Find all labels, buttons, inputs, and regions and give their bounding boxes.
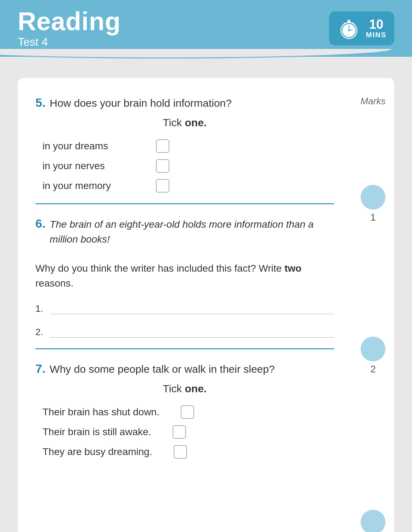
timer-text: 10 MINS bbox=[366, 18, 386, 39]
svg-rect-3 bbox=[348, 20, 350, 22]
question-5-number: 5. bbox=[35, 96, 45, 110]
tick-option-1: in your dreams bbox=[43, 139, 334, 153]
option-7-2-label: Their brain is still awake. bbox=[43, 426, 151, 438]
question-5-header: 5. How does your brain hold information? bbox=[35, 96, 334, 110]
question-5-section: 5. How does your brain hold information?… bbox=[35, 96, 334, 193]
marks-header: Marks bbox=[361, 96, 386, 107]
question-5-instruction: Tick one. bbox=[35, 117, 334, 129]
question-7-text: Why do some people talk or walk in their… bbox=[50, 363, 275, 375]
tick-box-1[interactable] bbox=[156, 139, 169, 153]
answer-input-1[interactable] bbox=[50, 301, 334, 314]
marks-column: Marks 1 2 1 bbox=[352, 96, 394, 532]
svg-point-8 bbox=[348, 30, 350, 32]
question-7-options: Their brain has shut down. Their brain i… bbox=[43, 405, 334, 459]
question-7-section: 7. Why do some people talk or walk in th… bbox=[35, 362, 334, 459]
question-6-italic: The brain of an eight-year-old holds mor… bbox=[50, 217, 334, 247]
header-wave2 bbox=[0, 49, 412, 63]
question-6-sub: Why do you think the writer has included… bbox=[35, 261, 334, 291]
tick-box-3[interactable] bbox=[156, 179, 169, 193]
question-6-header: 6. The brain of an eight-year-old holds … bbox=[35, 217, 334, 254]
tick-option-3: in your memory bbox=[43, 179, 334, 193]
marks-q7: 1 bbox=[361, 510, 385, 532]
main-content: 5. How does your brain hold information?… bbox=[18, 78, 394, 532]
line-num-1: 1. bbox=[35, 303, 46, 314]
title-block: Reading Test 4 bbox=[18, 9, 329, 49]
timer-label: MINS bbox=[366, 31, 386, 39]
answer-line-row-1: 1. bbox=[35, 301, 334, 314]
marks-q5: 1 bbox=[361, 185, 385, 223]
tick-option-7-2: Their brain is still awake. bbox=[43, 425, 334, 439]
page-header: Reading Test 4 10 MINS bbox=[0, 0, 412, 57]
timer-number: 10 bbox=[366, 18, 386, 31]
marks-number-q5: 1 bbox=[370, 212, 376, 223]
marks-q6: 2 bbox=[361, 337, 385, 375]
divider-q6 bbox=[35, 348, 334, 349]
question-6-number: 6. bbox=[35, 217, 45, 231]
page-subtitle: Test 4 bbox=[18, 35, 329, 49]
option-7-1-label: Their brain has shut down. bbox=[43, 406, 159, 418]
tick-option-7-3: They are busy dreaming. bbox=[43, 445, 334, 459]
line-num-2: 2. bbox=[35, 327, 46, 338]
marks-circle-q6 bbox=[361, 337, 385, 361]
option-7-3-label: They are busy dreaming. bbox=[43, 446, 152, 458]
option-1-label: in your dreams bbox=[43, 140, 135, 152]
question-6-section: 6. The brain of an eight-year-old holds … bbox=[35, 217, 334, 338]
question-5-options: in your dreams in your nerves in your me… bbox=[43, 139, 334, 193]
answer-input-2[interactable] bbox=[50, 325, 334, 338]
timer-badge: 10 MINS bbox=[329, 11, 394, 45]
tick-option-7-1: Their brain has shut down. bbox=[43, 405, 334, 419]
marks-circle-q5 bbox=[361, 185, 385, 210]
question-6-answer-lines: 1. 2. bbox=[35, 301, 334, 338]
option-2-label: in your nerves bbox=[43, 160, 135, 172]
question-7-number: 7. bbox=[35, 362, 45, 376]
option-3-label: in your memory bbox=[43, 180, 135, 192]
questions-area: 5. How does your brain hold information?… bbox=[18, 96, 352, 532]
question-5-text: How does your brain hold information? bbox=[50, 97, 232, 109]
tick-box-2[interactable] bbox=[156, 159, 169, 173]
question-7-instruction: Tick one. bbox=[35, 383, 334, 395]
tick-box-7-1[interactable] bbox=[181, 405, 194, 419]
divider-q5 bbox=[35, 203, 334, 204]
tick-box-7-3[interactable] bbox=[174, 445, 187, 459]
tick-option-2: in your nerves bbox=[43, 159, 334, 173]
marks-number-q6: 2 bbox=[370, 364, 376, 375]
stopwatch-icon bbox=[337, 16, 361, 40]
question-7-header: 7. Why do some people talk or walk in th… bbox=[35, 362, 334, 376]
page-title: Reading bbox=[18, 9, 329, 34]
tick-box-7-2[interactable] bbox=[173, 425, 186, 439]
marks-circle-q7 bbox=[361, 510, 385, 532]
answer-line-row-2: 2. bbox=[35, 325, 334, 338]
